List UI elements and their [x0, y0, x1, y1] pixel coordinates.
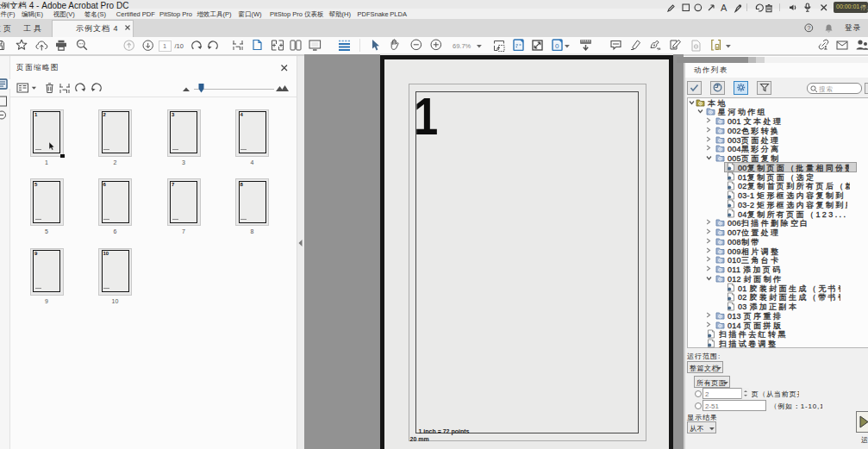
svg-text:0: 0	[555, 42, 559, 50]
svg-text:?: ?	[807, 25, 810, 31]
svg-text:A: A	[721, 3, 727, 13]
